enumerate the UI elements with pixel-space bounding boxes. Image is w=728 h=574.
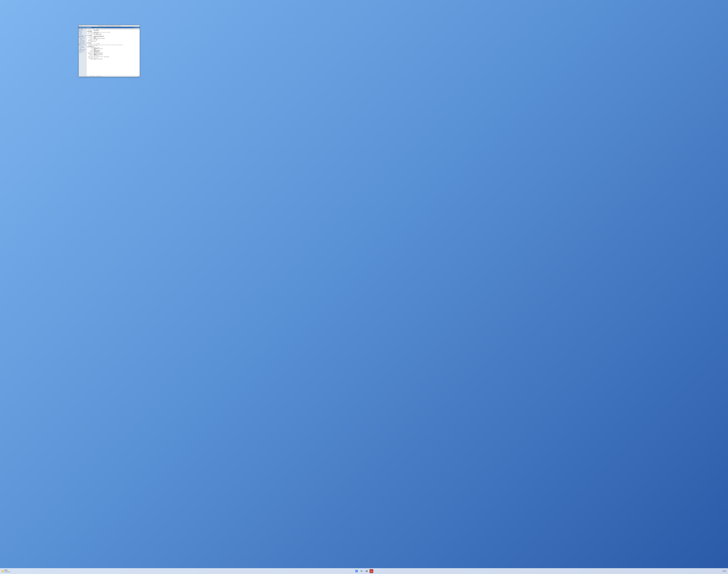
start-button[interactable] <box>355 569 358 573</box>
section-heading: Email Reader Settings <box>87 46 139 47</box>
advanced-button[interactable]: ⚙ <box>100 34 101 35</box>
collapse-icon[interactable]: « <box>86 28 86 29</box>
alerts-icon: ⚑ <box>79 33 80 34</box>
transformer-icon: ✎ <box>79 40 80 40</box>
search-icon <box>360 570 363 572</box>
tab-bar: Summary Source Destinations Scripts <box>86 28 140 29</box>
password-input[interactable]: •••••••••• <box>93 51 99 52</box>
task-view-button[interactable] <box>365 569 368 573</box>
ssl-manager-no-radio[interactable] <box>96 43 97 44</box>
close-icon[interactable] <box>79 26 80 26</box>
protocol-pop3-radio[interactable] <box>97 47 97 48</box>
sidebar-heading: Mirth Connect <box>79 28 83 29</box>
content-attach-radio[interactable] <box>99 52 99 53</box>
bell-icon: 🔔 <box>79 46 80 46</box>
search-button[interactable] <box>360 569 363 573</box>
schedule-config-button[interactable]: ⚙ <box>98 32 99 33</box>
tab-scripts[interactable]: Scripts <box>101 28 104 29</box>
threads-input[interactable]: 1 <box>93 41 95 42</box>
schedule-type-select[interactable]: Interval <box>93 32 98 33</box>
sidebar-panel-tasks: Channel Tasks« 💾Save Changes ✓Validate C… <box>79 36 86 44</box>
connector-type-select[interactable]: Email Reader <box>93 30 99 31</box>
save-icon: 💾 <box>79 37 80 38</box>
process-all-radio[interactable] <box>93 55 94 56</box>
maximize-icon[interactable] <box>81 26 82 26</box>
main-area: Summary Source Destinations Scripts Conn… <box>86 28 140 76</box>
label: Response: <box>87 38 93 39</box>
svg-rect-2 <box>366 571 367 572</box>
mark-read-no-radio[interactable] <box>96 57 97 58</box>
username-input[interactable]: myemail@gmail.com <box>93 50 100 51</box>
starttls-yes-radio[interactable] <box>93 45 94 46</box>
ssl-manager-yes-radio[interactable] <box>93 43 94 44</box>
process-batch-no-radio[interactable] <box>96 39 97 40</box>
label: Port: <box>87 49 93 50</box>
label: Host: <box>87 48 93 49</box>
mark-read-yes-radio[interactable] <box>93 57 94 58</box>
sidebar-item-deploy[interactable]: ▶Deploy Channel <box>79 43 86 44</box>
label: Message Content: <box>87 52 93 53</box>
read-folder-input[interactable]: INBOX <box>93 54 102 55</box>
sidebar-heading: Other <box>79 44 81 45</box>
queue-buffer-input: 1000 <box>93 37 96 38</box>
status-time: 9:07 AM PST (UTC -8) <box>96 76 102 77</box>
after-delete-radio[interactable] <box>97 56 98 57</box>
app-label: next <box>370 571 373 572</box>
validate-icon: ✓ <box>79 38 80 39</box>
filter-input[interactable]: keyword <box>93 53 102 54</box>
taskbar-weather[interactable]: 24°C Солнечно <box>0 570 10 573</box>
taskbar-app-next[interactable]: next <box>370 569 373 573</box>
extensions-icon: ✦ <box>79 35 80 36</box>
tab-source[interactable]: Source <box>91 28 95 29</box>
label: Batch Response: <box>87 40 93 41</box>
starttls-no-radio[interactable] <box>96 45 97 46</box>
label: Filter Expression: <box>87 53 93 54</box>
tab-destinations[interactable]: Destinations <box>95 28 101 29</box>
task-view-icon <box>366 570 368 572</box>
sidebar-item-extensions[interactable]: ✦Extensions <box>79 35 86 36</box>
sidebar-item-about[interactable]: ℹAbout Mirth Connect <box>79 49 86 50</box>
interval-input[interactable]: 5 <box>93 34 95 35</box>
resize-grip[interactable] <box>138 76 139 77</box>
label: Schedule Type: <box>87 32 93 33</box>
error-folder-input[interactable]: Errors <box>93 58 102 59</box>
protocol-imap-radio[interactable] <box>93 47 94 48</box>
label: Error Move-to Folder: <box>87 58 93 60</box>
events-icon: ≒ <box>79 34 80 35</box>
windows-icon <box>355 570 358 572</box>
content-all-radio[interactable] <box>93 52 94 53</box>
window-titlebar: Production Server 1 - Mirth Connect Admi… <box>79 25 140 27</box>
sidebar-item-logout[interactable]: ⏻Logout <box>79 51 86 52</box>
svg-point-0 <box>361 570 362 571</box>
poll-once-yes-radio[interactable] <box>93 33 94 34</box>
window-controls <box>79 26 82 26</box>
process-unread-radio[interactable] <box>96 55 97 56</box>
process-batch-yes-radio[interactable] <box>93 39 94 40</box>
host-input[interactable]: imap.gmail.com <box>93 48 102 49</box>
label: Process: <box>87 55 93 56</box>
ssl-config-button[interactable]: ⚙ <box>99 43 99 44</box>
tab-summary[interactable]: Summary <box>87 28 91 29</box>
minimize-icon[interactable] <box>80 26 81 26</box>
response-select[interactable]: None <box>93 38 104 39</box>
sidebar-panel-mirth: Mirth Connect« ▣Dashboard ☰Channels 👤Use… <box>79 28 86 36</box>
after-move-radio[interactable] <box>100 56 101 57</box>
label: Queue Buffer Size: <box>87 37 93 38</box>
section-heading: Source Settings <box>87 35 139 36</box>
collapse-icon[interactable]: « <box>86 44 86 45</box>
svg-line-1 <box>362 571 362 572</box>
brand-logo: mirth connect <box>133 27 139 28</box>
content-body-radio[interactable] <box>96 52 97 53</box>
poll-once-no-radio[interactable] <box>96 33 97 34</box>
status-bar: Connected to: Production Server 1 | http… <box>79 76 140 77</box>
port-input[interactable]: 993 <box>93 49 95 50</box>
after-leave-radio[interactable] <box>93 56 94 57</box>
interval-unit-select[interactable]: seconds <box>96 34 100 35</box>
collapse-icon[interactable]: « <box>86 36 86 37</box>
source-queue-select[interactable]: OFF (Respond after processing) <box>93 36 104 37</box>
taskbar-clock[interactable]: 15:11 <box>723 570 726 572</box>
batch-last-radio <box>96 40 97 41</box>
label: Max Processing Threads: <box>87 41 93 42</box>
deploy-icon: ▶ <box>79 43 80 44</box>
label: Interval: <box>87 34 93 35</box>
